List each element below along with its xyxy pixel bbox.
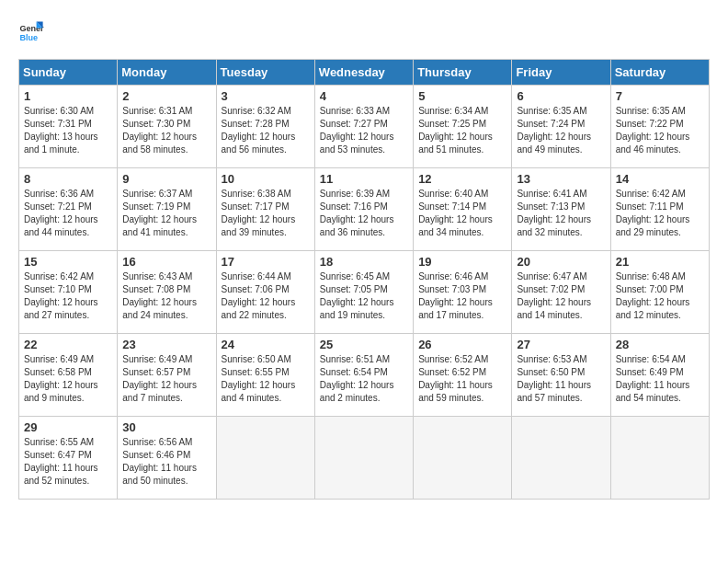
day-number: 5 bbox=[418, 89, 506, 103]
day-detail: Sunrise: 6:54 AM Sunset: 6:49 PM Dayligh… bbox=[616, 353, 704, 405]
calendar-cell: 16Sunrise: 6:43 AM Sunset: 7:08 PM Dayli… bbox=[118, 251, 216, 334]
calendar-cell: 22Sunrise: 6:49 AM Sunset: 6:58 PM Dayli… bbox=[19, 334, 118, 417]
calendar-cell bbox=[314, 417, 413, 500]
day-number: 15 bbox=[24, 255, 112, 269]
calendar-cell: 12Sunrise: 6:40 AM Sunset: 7:14 PM Dayli… bbox=[414, 168, 512, 251]
calendar-cell: 25Sunrise: 6:51 AM Sunset: 6:54 PM Dayli… bbox=[314, 334, 413, 417]
calendar-header: SundayMondayTuesdayWednesdayThursdayFrid… bbox=[19, 60, 710, 86]
calendar-cell: 8Sunrise: 6:36 AM Sunset: 7:21 PM Daylig… bbox=[19, 168, 118, 251]
calendar-week-row: 22Sunrise: 6:49 AM Sunset: 6:58 PM Dayli… bbox=[19, 334, 710, 417]
weekday-header: Monday bbox=[118, 60, 216, 86]
calendar-cell: 17Sunrise: 6:44 AM Sunset: 7:06 PM Dayli… bbox=[216, 251, 314, 334]
day-detail: Sunrise: 6:48 AM Sunset: 7:00 PM Dayligh… bbox=[616, 270, 704, 322]
day-number: 12 bbox=[418, 172, 506, 186]
day-detail: Sunrise: 6:35 AM Sunset: 7:24 PM Dayligh… bbox=[517, 105, 605, 156]
calendar-cell: 6Sunrise: 6:35 AM Sunset: 7:24 PM Daylig… bbox=[512, 86, 610, 168]
day-detail: Sunrise: 6:50 AM Sunset: 6:55 PM Dayligh… bbox=[222, 353, 310, 405]
calendar-cell: 20Sunrise: 6:47 AM Sunset: 7:02 PM Dayli… bbox=[512, 251, 610, 334]
day-number: 18 bbox=[320, 255, 408, 269]
calendar-cell: 23Sunrise: 6:49 AM Sunset: 6:57 PM Dayli… bbox=[118, 334, 216, 417]
day-detail: Sunrise: 6:30 AM Sunset: 7:31 PM Dayligh… bbox=[24, 105, 112, 156]
day-number: 26 bbox=[418, 338, 506, 351]
calendar-week-row: 29Sunrise: 6:55 AM Sunset: 6:47 PM Dayli… bbox=[19, 417, 710, 500]
day-detail: Sunrise: 6:56 AM Sunset: 6:46 PM Dayligh… bbox=[122, 436, 210, 488]
day-number: 14 bbox=[616, 172, 704, 186]
calendar-cell bbox=[610, 417, 709, 500]
day-detail: Sunrise: 6:37 AM Sunset: 7:19 PM Dayligh… bbox=[122, 188, 210, 239]
day-detail: Sunrise: 6:46 AM Sunset: 7:03 PM Dayligh… bbox=[418, 270, 506, 322]
calendar-cell: 5Sunrise: 6:34 AM Sunset: 7:25 PM Daylig… bbox=[414, 86, 512, 168]
day-number: 7 bbox=[616, 89, 704, 103]
day-detail: Sunrise: 6:38 AM Sunset: 7:17 PM Dayligh… bbox=[222, 188, 310, 239]
day-number: 3 bbox=[222, 89, 310, 103]
calendar-cell bbox=[216, 417, 314, 500]
day-detail: Sunrise: 6:31 AM Sunset: 7:30 PM Dayligh… bbox=[122, 105, 210, 156]
day-detail: Sunrise: 6:32 AM Sunset: 7:28 PM Dayligh… bbox=[222, 105, 310, 156]
day-number: 4 bbox=[320, 89, 408, 103]
day-detail: Sunrise: 6:40 AM Sunset: 7:14 PM Dayligh… bbox=[418, 188, 506, 239]
calendar-cell: 13Sunrise: 6:41 AM Sunset: 7:13 PM Dayli… bbox=[512, 168, 610, 251]
weekday-header: Friday bbox=[512, 60, 610, 86]
calendar-cell: 3Sunrise: 6:32 AM Sunset: 7:28 PM Daylig… bbox=[216, 86, 314, 168]
weekday-header: Wednesday bbox=[314, 60, 413, 86]
calendar-cell: 14Sunrise: 6:42 AM Sunset: 7:11 PM Dayli… bbox=[610, 168, 709, 251]
svg-text:Blue: Blue bbox=[19, 33, 38, 42]
calendar-cell: 21Sunrise: 6:48 AM Sunset: 7:00 PM Dayli… bbox=[610, 251, 709, 334]
calendar-cell: 19Sunrise: 6:46 AM Sunset: 7:03 PM Dayli… bbox=[414, 251, 512, 334]
day-detail: Sunrise: 6:53 AM Sunset: 6:50 PM Dayligh… bbox=[517, 353, 605, 405]
day-detail: Sunrise: 6:44 AM Sunset: 7:06 PM Dayligh… bbox=[222, 270, 310, 322]
calendar-cell: 24Sunrise: 6:50 AM Sunset: 6:55 PM Dayli… bbox=[216, 334, 314, 417]
calendar-cell: 27Sunrise: 6:53 AM Sunset: 6:50 PM Dayli… bbox=[512, 334, 610, 417]
day-detail: Sunrise: 6:35 AM Sunset: 7:22 PM Dayligh… bbox=[616, 105, 704, 156]
day-number: 24 bbox=[222, 338, 310, 351]
calendar-table: SundayMondayTuesdayWednesdayThursdayFrid… bbox=[18, 59, 710, 500]
day-detail: Sunrise: 6:49 AM Sunset: 6:58 PM Dayligh… bbox=[24, 353, 112, 405]
calendar-cell: 7Sunrise: 6:35 AM Sunset: 7:22 PM Daylig… bbox=[610, 86, 709, 168]
day-number: 28 bbox=[616, 338, 704, 351]
calendar-cell: 4Sunrise: 6:33 AM Sunset: 7:27 PM Daylig… bbox=[314, 86, 413, 168]
weekday-header: Sunday bbox=[19, 60, 118, 86]
day-number: 6 bbox=[517, 89, 605, 103]
day-number: 21 bbox=[616, 255, 704, 269]
calendar-cell: 1Sunrise: 6:30 AM Sunset: 7:31 PM Daylig… bbox=[19, 86, 118, 168]
logo: General Blue bbox=[18, 18, 48, 44]
day-detail: Sunrise: 6:33 AM Sunset: 7:27 PM Dayligh… bbox=[320, 105, 408, 156]
day-number: 16 bbox=[122, 255, 210, 269]
day-number: 25 bbox=[320, 338, 408, 351]
day-number: 23 bbox=[122, 338, 210, 351]
weekday-header: Saturday bbox=[610, 60, 709, 86]
logo-icon: General Blue bbox=[18, 18, 44, 44]
day-number: 30 bbox=[122, 420, 210, 434]
calendar-week-row: 1Sunrise: 6:30 AM Sunset: 7:31 PM Daylig… bbox=[19, 86, 710, 168]
day-detail: Sunrise: 6:49 AM Sunset: 6:57 PM Dayligh… bbox=[122, 353, 210, 405]
day-number: 2 bbox=[122, 89, 210, 103]
calendar-cell: 15Sunrise: 6:42 AM Sunset: 7:10 PM Dayli… bbox=[19, 251, 118, 334]
day-number: 9 bbox=[122, 172, 210, 186]
day-detail: Sunrise: 6:41 AM Sunset: 7:13 PM Dayligh… bbox=[517, 188, 605, 239]
day-detail: Sunrise: 6:51 AM Sunset: 6:54 PM Dayligh… bbox=[320, 353, 408, 405]
day-detail: Sunrise: 6:55 AM Sunset: 6:47 PM Dayligh… bbox=[24, 436, 112, 488]
calendar-cell: 10Sunrise: 6:38 AM Sunset: 7:17 PM Dayli… bbox=[216, 168, 314, 251]
day-detail: Sunrise: 6:39 AM Sunset: 7:16 PM Dayligh… bbox=[320, 188, 408, 239]
calendar-cell bbox=[414, 417, 512, 500]
calendar-week-row: 15Sunrise: 6:42 AM Sunset: 7:10 PM Dayli… bbox=[19, 251, 710, 334]
day-number: 22 bbox=[24, 338, 112, 351]
day-number: 20 bbox=[517, 255, 605, 269]
day-number: 1 bbox=[24, 89, 112, 103]
calendar-cell: 9Sunrise: 6:37 AM Sunset: 7:19 PM Daylig… bbox=[118, 168, 216, 251]
calendar-cell: 18Sunrise: 6:45 AM Sunset: 7:05 PM Dayli… bbox=[314, 251, 413, 334]
calendar-week-row: 8Sunrise: 6:36 AM Sunset: 7:21 PM Daylig… bbox=[19, 168, 710, 251]
day-detail: Sunrise: 6:36 AM Sunset: 7:21 PM Dayligh… bbox=[24, 188, 112, 239]
page-header: General Blue bbox=[18, 18, 710, 44]
day-number: 29 bbox=[24, 420, 112, 434]
calendar-cell: 2Sunrise: 6:31 AM Sunset: 7:30 PM Daylig… bbox=[118, 86, 216, 168]
day-detail: Sunrise: 6:42 AM Sunset: 7:11 PM Dayligh… bbox=[616, 188, 704, 239]
calendar-cell: 29Sunrise: 6:55 AM Sunset: 6:47 PM Dayli… bbox=[19, 417, 118, 500]
day-number: 19 bbox=[418, 255, 506, 269]
weekday-header: Tuesday bbox=[216, 60, 314, 86]
day-detail: Sunrise: 6:47 AM Sunset: 7:02 PM Dayligh… bbox=[517, 270, 605, 322]
calendar-cell bbox=[512, 417, 610, 500]
calendar-body: 1Sunrise: 6:30 AM Sunset: 7:31 PM Daylig… bbox=[19, 86, 710, 500]
calendar-cell: 26Sunrise: 6:52 AM Sunset: 6:52 PM Dayli… bbox=[414, 334, 512, 417]
calendar-cell: 30Sunrise: 6:56 AM Sunset: 6:46 PM Dayli… bbox=[118, 417, 216, 500]
